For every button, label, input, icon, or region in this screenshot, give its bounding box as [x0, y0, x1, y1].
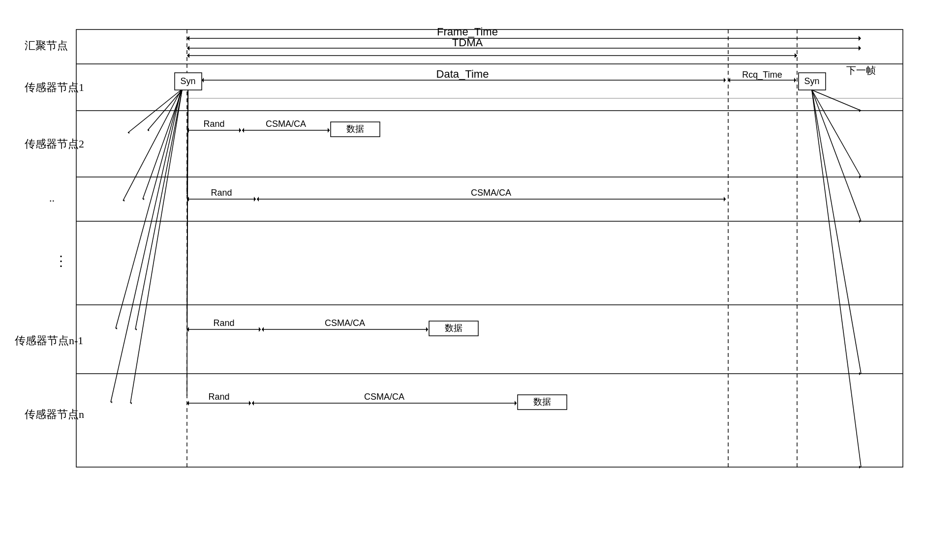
label-node-n1: 传感器节点n-1 [15, 334, 83, 347]
svg-rect-0 [0, 0, 925, 560]
syn-box-1: Syn [180, 76, 195, 86]
rand-label-dots: Rand [211, 188, 232, 198]
data-box-2: 数据 [346, 124, 364, 134]
label-node-n: 传感器节点n [25, 408, 84, 420]
label-next-frame: 下一帧 [846, 65, 876, 76]
label-dots: .. [49, 192, 55, 204]
csma-label-2: CSMA/CA [266, 119, 306, 129]
rand-label-2: Rand [203, 119, 224, 129]
label-node1: 传感器节点1 [25, 81, 84, 93]
label-tdma: TDMA [452, 36, 483, 49]
csma-label-n1: CSMA/CA [325, 318, 365, 328]
label-sink: 汇聚节点 [25, 39, 68, 52]
label-data-time: Data_Time [436, 68, 489, 80]
label-node2: 传感器节点2 [25, 138, 84, 150]
label-vdots: ⋮ [54, 253, 68, 268]
data-box-n: 数据 [533, 397, 551, 407]
timing-diagram: 汇聚节点 传感器节点1 传感器节点2 .. ⋮ 传感器节点n-1 传感器节点n … [0, 0, 925, 560]
rand-label-n: Rand [208, 392, 229, 402]
syn-box-2: Syn [804, 76, 819, 86]
data-box-n1: 数据 [445, 323, 462, 333]
csma-label-n: CSMA/CA [364, 392, 404, 402]
rand-label-n1: Rand [213, 318, 234, 328]
label-rcq-time: Rcq_Time [742, 70, 782, 80]
csma-label-dots: CSMA/CA [471, 188, 511, 198]
